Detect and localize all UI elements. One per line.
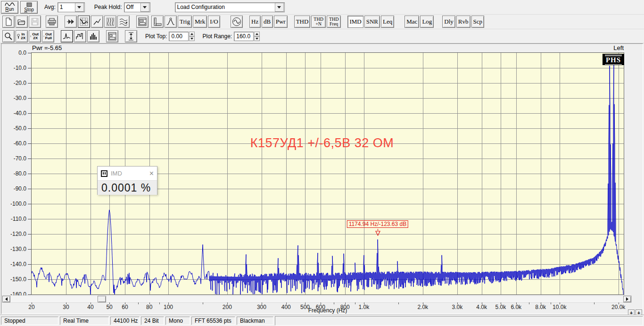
hz-units-button[interactable]: Hz xyxy=(249,16,261,28)
plot-options-button[interactable] xyxy=(106,30,118,42)
x-tick-label: 30 xyxy=(63,304,69,310)
signal-generator-button[interactable] xyxy=(231,16,243,28)
plot-toolbar: In 2X Out 2X Out Full xyxy=(0,29,644,43)
step-plot-mode-button[interactable] xyxy=(74,30,86,42)
marker-readout[interactable]: 1174.94 Hz/-123.63 dB xyxy=(347,220,409,228)
x-tick-label: 40 xyxy=(87,304,93,310)
run-button[interactable]: Run xyxy=(1,1,18,14)
vertical-fit-icon xyxy=(127,32,135,41)
macro-button[interactable]: Mac xyxy=(405,16,419,28)
x-axis-title: Frequency (Hz) xyxy=(308,307,347,314)
calibration-button[interactable] xyxy=(165,16,177,28)
x-tick-mark xyxy=(149,302,150,304)
time-series-view-button[interactable] xyxy=(78,16,90,28)
peak-hold-dropdown-icon[interactable] xyxy=(140,3,149,12)
stop-button[interactable]: Stop xyxy=(20,1,38,14)
plot-range-spinner[interactable] xyxy=(254,32,260,41)
log-button[interactable]: Log xyxy=(420,16,434,28)
x-tick-label: 1.0k xyxy=(359,304,370,310)
x-minor-tick-mark xyxy=(334,302,334,304)
io-button[interactable]: I/O xyxy=(208,16,220,28)
peak-hold-label: Peak Hold: xyxy=(94,4,122,10)
mac-label: Mac xyxy=(406,18,417,25)
horizontal-scrollbar[interactable] xyxy=(2,295,632,303)
imd-result-panel[interactable]: IMD × 0.0001 % xyxy=(97,166,157,195)
status-channels: Mono xyxy=(165,317,190,325)
snr-button[interactable]: SNR xyxy=(364,16,380,28)
trigger-button[interactable]: Trig xyxy=(178,16,192,28)
db-units-button[interactable]: dB xyxy=(262,16,273,28)
imd-panel-titlebar[interactable]: IMD × xyxy=(98,167,157,180)
scroll-left-button[interactable] xyxy=(2,296,10,302)
thd-freq-button[interactable]: THD Freq xyxy=(327,16,341,28)
x-tick-mark xyxy=(66,302,66,304)
surface-view-button[interactable] xyxy=(117,16,130,28)
scaling-button[interactable] xyxy=(151,16,164,28)
plot-top-spinner[interactable] xyxy=(189,32,195,41)
load-configuration-dropdown-icon[interactable] xyxy=(275,3,284,12)
mrk-label: Mrk xyxy=(195,18,205,25)
status-mode: Real Time xyxy=(60,317,109,325)
plot-range-input[interactable]: 160.0 xyxy=(234,32,254,41)
y-tick-mark xyxy=(28,249,31,250)
status-bar: Stopped Real Time 44100 Hz 24 Bit Mono F… xyxy=(0,315,644,326)
x-minor-tick-mark xyxy=(355,302,355,304)
peak-hold-combo[interactable]: Off xyxy=(124,2,150,12)
new-file-button[interactable] xyxy=(2,16,15,28)
autoscale-button[interactable] xyxy=(125,30,137,42)
power-button[interactable]: Pwr xyxy=(274,16,288,28)
imd-label: IMD xyxy=(349,18,361,25)
x-tick-mark xyxy=(423,302,423,304)
scrollbar-thumb[interactable] xyxy=(98,296,106,302)
zoom-out-full-button[interactable]: Out Full xyxy=(42,30,54,42)
y-tick-label: 0.0 xyxy=(0,50,26,56)
x-tick-label: 10.0k xyxy=(553,304,566,310)
line-plot-mode-button[interactable] xyxy=(61,30,73,42)
marker-button[interactable]: Mrk xyxy=(193,16,207,28)
run-sine-icon xyxy=(5,2,15,7)
thd-n-button[interactable]: THD +N xyxy=(311,16,326,28)
status-bit-depth: 24 Bit xyxy=(141,317,164,325)
scope-button[interactable]: Scp xyxy=(471,16,485,28)
zoom-in-2x-button[interactable]: In 2X xyxy=(16,30,28,42)
x-tick-label: 300 xyxy=(257,304,266,310)
spectrogram-view-button[interactable] xyxy=(104,16,116,28)
avg-dropdown-icon[interactable] xyxy=(75,3,84,12)
y-tick-label: -30.0 xyxy=(0,95,26,101)
y-tick-mark xyxy=(28,189,31,189)
x-tick-label: 400 xyxy=(281,304,291,310)
zoom-out-2x-button[interactable]: Out 2X xyxy=(29,30,41,42)
zoom-button[interactable] xyxy=(2,30,15,42)
leq-button[interactable]: Leq xyxy=(381,16,394,28)
time-series-icon xyxy=(80,17,88,26)
scroll-right-button[interactable] xyxy=(623,296,631,302)
plot-top-label: Plot Top: xyxy=(145,33,167,40)
display-options-button[interactable] xyxy=(136,16,149,28)
avg-combo[interactable]: 1 xyxy=(58,2,85,12)
load-configuration-combo[interactable]: Load Configuration xyxy=(175,2,285,12)
imd-button[interactable]: IMD xyxy=(347,16,363,28)
reverb-button[interactable]: Rvb xyxy=(456,16,471,28)
y-tick-mark xyxy=(28,264,31,265)
delay-button[interactable]: Dly xyxy=(442,16,455,28)
y-axis-title: dBV rms xyxy=(0,150,0,174)
y-tick-label: -20.0 xyxy=(0,80,26,86)
phs-logo: PHS xyxy=(603,54,624,65)
open-file-button[interactable] xyxy=(16,16,28,28)
imd-value: 0.0001 % xyxy=(98,180,157,195)
thd-button[interactable]: THD xyxy=(294,16,311,28)
log-label: Log xyxy=(422,18,432,25)
x-minor-tick-mark xyxy=(138,302,139,304)
print-button[interactable] xyxy=(46,16,58,28)
post-process-button[interactable] xyxy=(65,16,77,28)
plot-top-input[interactable]: 0.00 xyxy=(169,32,189,41)
close-icon[interactable]: × xyxy=(149,170,154,177)
analyzer-window: Run Stop Avg: 1 Peak Hold: Off Load Conf… xyxy=(0,0,644,326)
bar-plot-mode-button[interactable] xyxy=(87,30,99,42)
phase-view-button[interactable] xyxy=(91,16,103,28)
y-tick-label: -10.0 xyxy=(0,65,26,71)
save-button[interactable] xyxy=(29,16,41,28)
x-tick-label: 2.0k xyxy=(417,304,428,310)
channel-label: Left xyxy=(613,44,624,51)
y-tick-mark xyxy=(28,219,31,219)
